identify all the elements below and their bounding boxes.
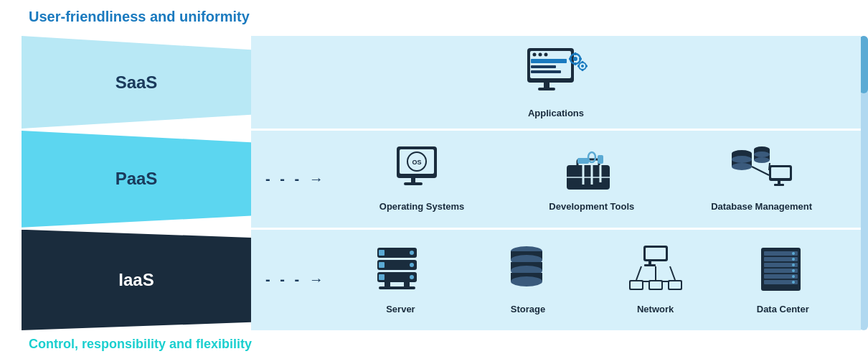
svg-rect-31	[577, 158, 589, 164]
svg-rect-15	[579, 58, 582, 60]
svg-rect-5	[531, 59, 567, 63]
applications-icon	[524, 45, 588, 102]
development-tools-label: Development Tools	[549, 201, 634, 213]
svg-point-93	[792, 264, 795, 266]
svg-text:OS: OS	[412, 159, 422, 166]
iaas-row: IaaS - - - →	[22, 230, 861, 330]
paas-content: - - - → OS Operating Systems	[251, 131, 861, 228]
svg-rect-19	[582, 69, 584, 71]
sep-saas-paas	[22, 129, 861, 131]
svg-rect-12	[575, 52, 577, 55]
svg-rect-14	[569, 58, 572, 60]
svg-line-76	[670, 266, 675, 280]
data-center-icon	[754, 244, 811, 298]
svg-point-56	[410, 263, 414, 267]
database-management-item: Database Management	[676, 145, 846, 213]
storage-label: Storage	[511, 304, 545, 316]
svg-rect-61	[404, 282, 410, 287]
applications-item: Applications	[265, 45, 846, 120]
svg-point-39	[732, 163, 752, 170]
network-label: Network	[637, 304, 674, 316]
saas-label: SaaS	[22, 36, 251, 129]
svg-point-2	[533, 53, 537, 57]
svg-rect-73	[644, 264, 656, 266]
network-item: Network	[592, 244, 720, 316]
svg-rect-8	[544, 83, 549, 88]
iaas-arrow: - - - →	[265, 271, 326, 288]
svg-point-3	[539, 53, 542, 57]
svg-line-49	[752, 167, 769, 175]
iaas-content: - - - →	[251, 230, 861, 330]
bottom-label: Control, responsibility and flexibility	[29, 337, 252, 352]
operating-systems-label: Operating Systems	[379, 201, 465, 213]
server-label: Server	[386, 304, 415, 316]
svg-rect-7	[531, 70, 561, 73]
saas-content: Applications	[251, 36, 861, 129]
development-tools-item: Development Tools	[506, 145, 676, 213]
svg-point-91	[792, 252, 795, 255]
svg-rect-62	[379, 286, 415, 289]
operating-systems-icon: OS	[393, 145, 450, 195]
network-icon	[623, 244, 688, 298]
saas-row: SaaS	[22, 36, 861, 129]
data-center-label: Data Center	[757, 304, 809, 316]
svg-point-17	[581, 65, 584, 67]
svg-point-53	[410, 251, 414, 255]
server-icon	[372, 244, 429, 298]
svg-rect-13	[575, 62, 577, 65]
sep-paas-iaas	[22, 228, 861, 230]
svg-rect-83	[669, 281, 681, 289]
svg-rect-27	[404, 182, 423, 185]
svg-line-74	[636, 266, 641, 280]
svg-rect-72	[648, 261, 651, 264]
svg-point-69	[511, 276, 542, 286]
development-tools-icon	[563, 145, 621, 195]
diagram: SaaS	[22, 36, 861, 330]
svg-rect-21	[585, 65, 588, 67]
operating-systems-item: OS Operating Systems	[337, 145, 507, 213]
applications-label: Applications	[528, 108, 584, 120]
svg-rect-6	[531, 65, 556, 68]
svg-line-50	[769, 163, 770, 170]
svg-rect-55	[379, 262, 385, 268]
svg-rect-9	[538, 88, 555, 90]
svg-point-43	[754, 157, 770, 163]
svg-rect-26	[411, 178, 415, 183]
paas-row: PaaS - - - → OS	[22, 131, 861, 228]
svg-point-4	[544, 53, 548, 57]
storage-item: Storage	[464, 244, 592, 316]
svg-rect-71	[646, 248, 666, 259]
svg-point-59	[410, 275, 414, 279]
svg-rect-35	[598, 155, 603, 164]
server-item: Server	[337, 244, 465, 316]
svg-point-95	[792, 275, 795, 278]
svg-point-33	[588, 152, 595, 162]
svg-rect-52	[379, 250, 385, 256]
svg-point-44	[754, 151, 770, 157]
paas-arrow: - - - →	[265, 171, 326, 187]
iaas-label: IaaS	[22, 230, 251, 330]
svg-rect-1	[530, 51, 571, 78]
paas-label: PaaS	[22, 131, 251, 228]
svg-point-96	[792, 281, 795, 284]
svg-point-92	[792, 258, 795, 261]
svg-point-11	[573, 57, 577, 61]
svg-rect-46	[771, 167, 790, 178]
top-label: User-friendliness and uniformity	[29, 9, 250, 25]
svg-rect-79	[631, 281, 642, 289]
database-management-label: Database Management	[711, 201, 812, 213]
svg-point-94	[792, 269, 795, 272]
storage-icon	[499, 244, 557, 298]
data-center-item: Data Center	[719, 244, 846, 316]
svg-point-40	[732, 156, 752, 163]
database-management-icon	[726, 145, 798, 195]
svg-rect-60	[385, 282, 390, 287]
svg-rect-81	[650, 281, 661, 289]
svg-rect-18	[582, 61, 584, 63]
svg-rect-48	[774, 184, 784, 186]
svg-rect-20	[577, 65, 580, 67]
svg-rect-58	[379, 274, 385, 280]
